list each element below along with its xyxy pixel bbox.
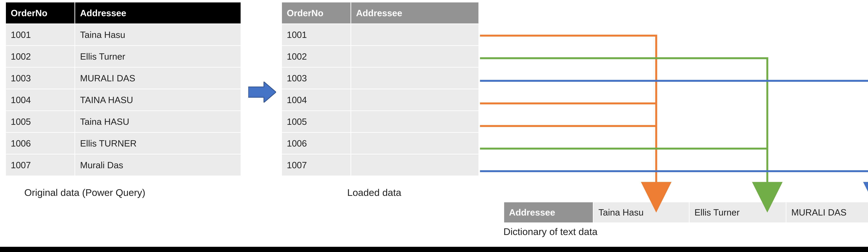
table-row: 1007	[282, 154, 479, 176]
cell-addressee	[351, 67, 479, 89]
cell-addressee: Ellis TURNER	[75, 133, 241, 154]
table-row: 1003	[282, 67, 479, 89]
table-row: 1006Ellis TURNER	[5, 133, 241, 154]
loaded-caption: Loaded data	[347, 187, 401, 198]
original-data-table: OrderNo Addressee 1001Taina Hasu 1002Ell…	[5, 2, 241, 176]
dict-header: Addressee	[504, 202, 593, 223]
ref-arrow-1003	[480, 81, 868, 197]
cell-orderno: 1007	[5, 154, 75, 176]
table-row: 1002	[282, 46, 479, 67]
table-row: 1004TAINA HASU	[5, 89, 241, 111]
cell-addressee: TAINA HASU	[75, 89, 241, 111]
cell-orderno: 1003	[5, 67, 75, 89]
table-row: 1007Murali Das	[5, 154, 241, 176]
transform-arrow-icon	[248, 82, 276, 103]
table-row: 1005	[282, 111, 479, 133]
cell-orderno: 1006	[282, 133, 351, 154]
cell-addressee	[351, 133, 479, 154]
footer-bar	[0, 247, 868, 252]
cell-orderno: 1001	[5, 24, 75, 46]
table-row: 1002Ellis Turner	[5, 46, 241, 67]
cell-orderno: 1001	[282, 24, 351, 46]
loaded-data-table: OrderNo Addressee 1001 1002 1003 1004 10…	[281, 2, 479, 176]
cell-addressee	[351, 154, 479, 176]
cell-orderno: 1004	[5, 89, 75, 111]
table-row: 1006	[282, 133, 479, 154]
cell-addressee	[351, 111, 479, 133]
loaded-col-addressee: Addressee	[351, 2, 479, 24]
original-caption: Original data (Power Query)	[24, 187, 145, 198]
cell-orderno: 1002	[282, 46, 351, 67]
svg-marker-0	[248, 82, 276, 103]
cell-orderno: 1005	[5, 111, 75, 133]
loaded-col-orderno: OrderNo	[282, 2, 351, 24]
cell-orderno: 1002	[5, 46, 75, 67]
cell-addressee	[351, 46, 479, 67]
cell-addressee: Taina Hasu	[75, 24, 241, 46]
dict-entry-1: Ellis Turner	[689, 202, 786, 223]
table-row: 1001	[282, 24, 479, 46]
cell-addressee: Murali Das	[75, 154, 241, 176]
cell-addressee: Ellis Turner	[75, 46, 241, 67]
dictionary-caption: Dictionary of text data	[503, 226, 597, 237]
dict-entry-0: Taina Hasu	[593, 202, 689, 223]
cell-orderno: 1004	[282, 89, 351, 111]
ref-arrow-1002	[480, 58, 767, 197]
table-row: 1004	[282, 89, 479, 111]
cell-orderno: 1003	[282, 67, 351, 89]
table-row: 1005Taina HASU	[5, 111, 241, 133]
original-col-orderno: OrderNo	[5, 2, 75, 24]
ref-arrow-1001	[480, 36, 656, 197]
cell-addressee: MURALI DAS	[75, 67, 241, 89]
cell-addressee: Taina HASU	[75, 111, 241, 133]
cell-orderno: 1007	[282, 154, 351, 176]
cell-addressee	[351, 89, 479, 111]
table-row: 1003MURALI DAS	[5, 67, 241, 89]
original-col-addressee: Addressee	[75, 2, 241, 24]
dictionary-table: Addressee Taina Hasu Ellis Turner MURALI…	[503, 202, 868, 223]
cell-addressee	[351, 24, 479, 46]
cell-orderno: 1006	[5, 133, 75, 154]
table-row: 1001Taina Hasu	[5, 24, 241, 46]
dict-entry-2: MURALI DAS	[786, 202, 868, 223]
cell-orderno: 1005	[282, 111, 351, 133]
